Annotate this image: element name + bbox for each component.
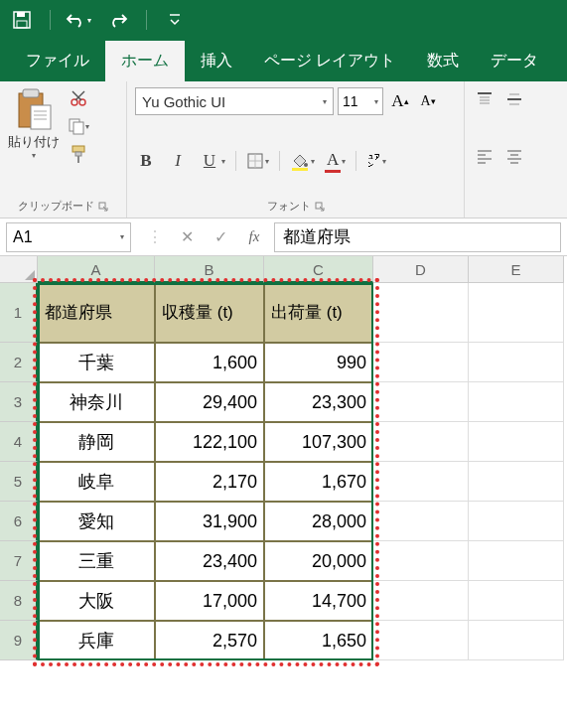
cell-A5[interactable]: 岐阜 [38,462,155,502]
cell-D9[interactable] [373,621,469,660]
cell-A9[interactable]: 兵庫 [38,621,155,660]
cell-B7[interactable]: 23,400 [155,541,264,581]
cell-E5[interactable] [469,462,564,502]
row-header-8[interactable]: 8 [0,581,38,621]
cell-D2[interactable] [373,343,469,382]
col-header-E[interactable]: E [469,256,564,283]
dialog-launcher-icon[interactable] [315,202,325,212]
col-header-A[interactable]: A [38,256,155,283]
borders-caret[interactable]: ▾ [265,157,269,166]
cell-D3[interactable] [373,382,469,422]
col-header-C[interactable]: C [264,256,373,283]
cell-A2[interactable]: 千葉 [38,343,155,382]
row-header-7[interactable]: 7 [0,541,38,581]
insert-function-button[interactable]: fx [244,228,264,245]
align-center-button[interactable] [502,144,526,168]
cell-D6[interactable] [373,502,469,541]
cell-C2[interactable]: 990 [264,343,373,382]
row-header-6[interactable]: 6 [0,502,38,541]
cut-button[interactable] [66,87,91,109]
font-size-dropdown[interactable]: 11 ▾ [338,87,383,115]
qat-customize-button[interactable] [161,6,189,34]
grow-font-button[interactable]: A▴ [387,88,413,114]
cell-A7[interactable]: 三重 [38,541,155,581]
cell-C9[interactable]: 1,650 [264,621,373,660]
cell-B9[interactable]: 2,570 [155,621,264,660]
cell-E7[interactable] [469,541,564,581]
copy-dropdown-caret[interactable]: ▾ [85,122,89,131]
cell-E3[interactable] [469,382,564,422]
cell-D1[interactable] [373,283,469,343]
format-painter-button[interactable] [66,143,91,165]
cell-E6[interactable] [469,502,564,541]
cell-E9[interactable] [469,621,564,660]
formula-input[interactable]: 都道府県 [274,222,561,252]
cell-D5[interactable] [373,462,469,502]
cell-B5[interactable]: 2,170 [155,462,264,502]
col-header-D[interactable]: D [373,256,469,283]
cell-C7[interactable]: 20,000 [264,541,373,581]
cell-E4[interactable] [469,422,564,462]
cell-E8[interactable] [469,581,564,621]
redo-button[interactable] [104,6,132,34]
tab-formulas[interactable]: 数式 [411,41,475,81]
cell-A8[interactable]: 大阪 [38,581,155,621]
worksheet[interactable]: A B C D E 1 都道府県 収穫量 (t) 出荷量 (t) 2千葉1,60… [0,256,567,660]
cell-C5[interactable]: 1,670 [264,462,373,502]
cell-C3[interactable]: 23,300 [264,382,373,422]
name-box-caret[interactable]: ▾ [120,232,124,241]
row-header-4[interactable]: 4 [0,422,38,462]
font-name-dropdown[interactable]: Yu Gothic UI ▾ [135,87,334,115]
cell-A3[interactable]: 神奈川 [38,382,155,422]
cancel-formula-button[interactable]: ✕ [177,227,197,246]
row-header-1[interactable]: 1 [0,283,38,343]
cell-E2[interactable] [469,343,564,382]
undo-button[interactable]: ▾ [65,6,92,34]
col-header-B[interactable]: B [155,256,264,283]
fill-color-button[interactable]: ▾ [290,151,315,171]
cell-B8[interactable]: 17,000 [155,581,264,621]
tab-file[interactable]: ファイル [10,41,105,81]
cell-B6[interactable]: 31,900 [155,502,264,541]
underline-button[interactable]: U ▾ [199,150,225,172]
cell-E1[interactable] [469,283,564,343]
cell-B3[interactable]: 29,400 [155,382,264,422]
fill-color-caret[interactable]: ▾ [311,157,315,166]
cell-A4[interactable]: 静岡 [38,422,155,462]
copy-button[interactable]: ▾ [66,115,91,137]
cell-D7[interactable] [373,541,469,581]
row-header-2[interactable]: 2 [0,343,38,382]
shrink-font-button[interactable]: A▾ [415,88,441,114]
cell-A6[interactable]: 愛知 [38,502,155,541]
row-header-9[interactable]: 9 [0,621,38,660]
undo-dropdown-caret[interactable]: ▾ [87,16,91,25]
tab-home[interactable]: ホーム [105,41,185,81]
align-top-button[interactable] [473,87,496,111]
font-color-caret[interactable]: ▾ [342,157,346,166]
cell-D4[interactable] [373,422,469,462]
phonetic-caret[interactable]: ▾ [382,157,386,166]
cell-C8[interactable]: 14,700 [264,581,373,621]
cell-A1[interactable]: 都道府県 [38,283,155,343]
cell-B2[interactable]: 1,600 [155,343,264,382]
cell-D8[interactable] [373,581,469,621]
save-button[interactable] [8,6,36,34]
tab-page-layout[interactable]: ページ レイアウト [248,41,411,81]
paste-dropdown-caret[interactable]: ▾ [32,151,36,160]
row-header-5[interactable]: 5 [0,462,38,502]
underline-caret[interactable]: ▾ [221,157,225,166]
cell-C6[interactable]: 28,000 [264,502,373,541]
cell-C4[interactable]: 107,300 [264,422,373,462]
borders-button[interactable]: ▾ [246,152,269,170]
align-left-button[interactable] [473,144,496,168]
select-all-corner[interactable] [0,256,38,283]
cell-B4[interactable]: 122,100 [155,422,264,462]
align-middle-button[interactable] [502,87,526,111]
row-header-3[interactable]: 3 [0,382,38,422]
name-box[interactable]: A1 ▾ [6,222,131,252]
tab-data[interactable]: データ [475,41,554,81]
italic-button[interactable]: I [167,150,189,172]
cell-B1[interactable]: 収穫量 (t) [155,283,264,343]
enter-formula-button[interactable]: ✓ [211,227,230,246]
tab-insert[interactable]: 挿入 [185,41,248,81]
